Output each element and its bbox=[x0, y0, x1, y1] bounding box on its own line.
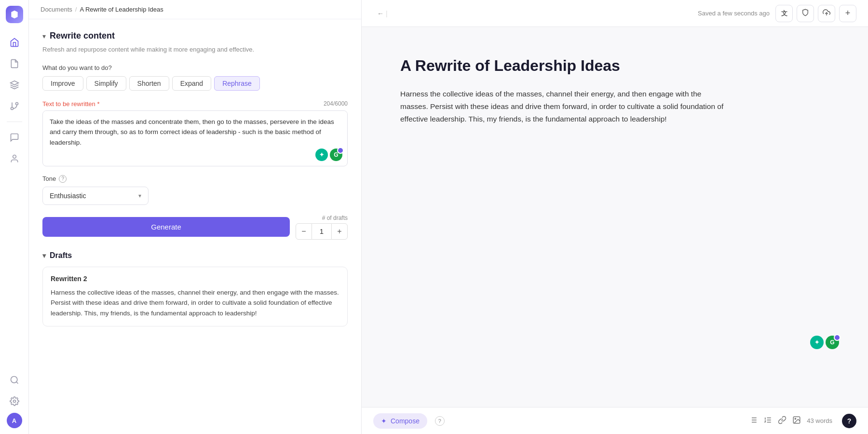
user-avatar[interactable]: A bbox=[7, 413, 22, 428]
app-logo[interactable] bbox=[6, 6, 23, 23]
breadcrumb: Documents / A Rewrite of Leadership Idea… bbox=[29, 0, 361, 19]
svg-point-7 bbox=[13, 400, 15, 403]
tab-simplify[interactable]: Simplify bbox=[86, 76, 126, 91]
tone-select[interactable]: Enthusiastic ▾ bbox=[42, 187, 149, 205]
left-panel: Documents / A Rewrite of Leadership Idea… bbox=[29, 0, 362, 434]
compose-button[interactable]: ✦ Compose bbox=[373, 413, 427, 429]
tone-label-row: Tone ? bbox=[42, 175, 348, 183]
doc-topbar: ← | Saved a few seconds ago 文 + bbox=[362, 0, 868, 27]
collapse-chevron-icon[interactable]: ▾ bbox=[42, 32, 46, 40]
right-panel: ← | Saved a few seconds ago 文 + bbox=[362, 0, 868, 434]
text-area-wrapper: Take the ideas of the masses and concent… bbox=[42, 110, 348, 166]
draft-card-title: Rewritten 2 bbox=[51, 275, 339, 283]
tab-expand[interactable]: Expand bbox=[172, 76, 211, 91]
sidebar-item-document[interactable] bbox=[5, 54, 24, 73]
sidebar-item-home[interactable] bbox=[5, 33, 24, 52]
plus-icon: + bbox=[845, 8, 851, 18]
increment-drafts-button[interactable]: + bbox=[331, 223, 348, 240]
text-to-rewrite-input[interactable]: Take the ideas of the masses and concent… bbox=[43, 111, 347, 164]
svg-point-3 bbox=[11, 108, 13, 110]
tab-rephrase[interactable]: Rephrase bbox=[214, 76, 260, 91]
doc-title: A Rewrite of Leadership Ideas bbox=[400, 56, 829, 76]
drafts-counter: # of drafts − 1 + bbox=[296, 215, 348, 240]
doc-body[interactable]: A Rewrite of Leadership Ideas Harness th… bbox=[362, 27, 868, 407]
add-button[interactable]: + bbox=[839, 5, 856, 22]
action-tabs: Improve Simplify Shorten Expand Rephrase bbox=[42, 76, 348, 91]
back-arrow-icon: ← bbox=[377, 10, 384, 17]
doc-grammarly-icon[interactable]: G bbox=[826, 336, 839, 349]
bottom-toolbar: 43 words ? bbox=[749, 414, 856, 428]
draft-card-text: Harness the collective ideas of the mass… bbox=[51, 287, 339, 319]
translate-icon: 文 bbox=[781, 9, 787, 18]
word-count: 43 words bbox=[807, 417, 832, 424]
image-icon[interactable] bbox=[792, 416, 801, 426]
counter-row: − 1 + bbox=[296, 223, 348, 240]
doc-back-button[interactable]: ← | bbox=[373, 7, 392, 20]
tone-section: Tone ? Enthusiastic ▾ bbox=[42, 175, 348, 205]
svg-point-5 bbox=[11, 377, 17, 383]
svg-line-6 bbox=[16, 382, 18, 384]
shield-icon bbox=[801, 9, 809, 18]
tab-improve[interactable]: Improve bbox=[42, 76, 83, 91]
translate-button[interactable]: 文 bbox=[775, 5, 793, 22]
shield-button[interactable] bbox=[797, 5, 814, 22]
doc-bottombar: ✦ Compose ? 43 words ? bbox=[362, 407, 868, 434]
sidebar-item-user[interactable] bbox=[5, 149, 24, 168]
back-divider: | bbox=[386, 10, 388, 17]
doc-ai-assist-icon[interactable]: ✦ bbox=[810, 336, 824, 349]
tone-chevron-icon: ▾ bbox=[138, 192, 141, 199]
doc-paragraph: Harness the collective ideas of the mass… bbox=[400, 88, 728, 126]
breadcrumb-parent[interactable]: Documents bbox=[41, 6, 72, 13]
svg-point-19 bbox=[795, 418, 796, 419]
breadcrumb-separator: / bbox=[75, 6, 77, 13]
tone-label: Tone bbox=[42, 175, 56, 182]
sidebar-item-chat[interactable] bbox=[5, 128, 24, 147]
svg-point-4 bbox=[13, 155, 16, 159]
drafts-label: # of drafts bbox=[322, 215, 348, 221]
drafts-header: ▾ Drafts bbox=[42, 251, 348, 260]
svg-point-2 bbox=[15, 103, 18, 105]
sidebar: A bbox=[0, 0, 29, 434]
doc-toolbar-icons: 文 + bbox=[775, 5, 856, 22]
tone-help-icon[interactable]: ? bbox=[59, 175, 67, 183]
compose-label: Compose bbox=[391, 417, 420, 425]
compose-sparkle-icon: ✦ bbox=[381, 417, 387, 425]
text-area-label: Text to be rewritten * bbox=[42, 100, 100, 108]
decrement-drafts-button[interactable]: − bbox=[296, 223, 312, 240]
sidebar-item-branch[interactable] bbox=[5, 96, 24, 116]
sidebar-item-search[interactable] bbox=[5, 370, 24, 390]
draft-card: Rewritten 2 Harness the collective ideas… bbox=[42, 267, 348, 327]
svg-marker-0 bbox=[10, 81, 18, 85]
doc-floating-icons: ✦ G bbox=[810, 336, 839, 349]
char-count: 204/6000 bbox=[324, 100, 348, 107]
section-header: ▾ Rewrite content bbox=[42, 31, 348, 41]
bullet-list-icon[interactable] bbox=[749, 416, 758, 426]
text-area-header: Text to be rewritten * 204/6000 bbox=[42, 100, 348, 108]
section-title: Rewrite content bbox=[50, 31, 115, 41]
generate-row: Generate # of drafts − 1 + bbox=[42, 215, 348, 240]
ai-assist-icon[interactable]: ✦ bbox=[315, 149, 328, 161]
upload-icon bbox=[823, 9, 830, 18]
sidebar-divider bbox=[7, 122, 22, 122]
drafts-collapse-icon[interactable]: ▾ bbox=[42, 252, 46, 259]
tone-value: Enthusiastic bbox=[50, 192, 86, 200]
sidebar-item-layers[interactable] bbox=[5, 75, 24, 95]
numbered-list-icon[interactable] bbox=[763, 416, 772, 426]
upload-button[interactable] bbox=[818, 5, 835, 22]
drafts-title: Drafts bbox=[50, 251, 72, 260]
text-area-icons: ✦ G bbox=[315, 149, 342, 161]
section-description: Refresh and repurpose content while maki… bbox=[42, 45, 348, 54]
generate-button[interactable]: Generate bbox=[42, 217, 290, 237]
breadcrumb-current: A Rewrite of Leadership Ideas bbox=[80, 6, 163, 13]
link-icon[interactable] bbox=[778, 416, 787, 426]
drafts-section: ▾ Drafts Rewritten 2 Harness the collect… bbox=[42, 251, 348, 327]
sidebar-item-settings[interactable] bbox=[5, 392, 24, 411]
sidebar-bottom: A bbox=[5, 370, 24, 428]
grammarly-icon[interactable]: G bbox=[330, 149, 342, 161]
saved-status: Saved a few seconds ago bbox=[698, 10, 770, 17]
tab-shorten[interactable]: Shorten bbox=[129, 76, 169, 91]
action-field-label: What do you want to do? bbox=[42, 64, 348, 71]
help-button[interactable]: ? bbox=[842, 414, 856, 428]
compose-help-icon[interactable]: ? bbox=[435, 416, 445, 426]
draft-count-value: 1 bbox=[312, 223, 331, 240]
